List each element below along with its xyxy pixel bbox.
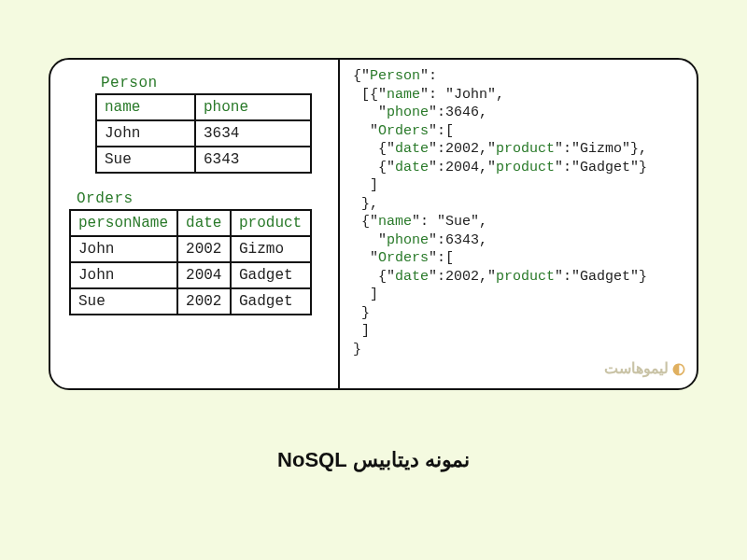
table-header-row: name phone (96, 94, 311, 120)
col-personname: personName (70, 210, 177, 236)
diagram-card: Person name phone John 3634 Sue 6343 Ord… (49, 58, 698, 390)
lemon-icon: ◐ (672, 360, 685, 376)
cell: John (96, 120, 195, 147)
table-row: John 2004 Gadget (70, 262, 311, 288)
cell: 2002 (177, 236, 231, 262)
table-row: John 3634 (96, 120, 311, 147)
cell: Gadget (231, 288, 311, 315)
orders-table: personName date product John 2002 Gizmo … (69, 209, 312, 315)
table-row: John 2002 Gizmo (70, 236, 311, 262)
json-document-pane: {"Person": [{"name": "John", "phone":364… (338, 60, 698, 388)
cell: 6343 (195, 147, 311, 173)
table-header-row: personName date product (70, 210, 311, 236)
json-code: {"Person": [{"name": "John", "phone":364… (353, 67, 691, 358)
orders-table-title: Orders (77, 190, 329, 207)
col-phone: phone (195, 94, 311, 120)
col-date: date (177, 210, 231, 236)
person-table: name phone John 3634 Sue 6343 (95, 93, 312, 174)
cell: 2004 (177, 262, 231, 288)
watermark-text: لیموهاست (604, 360, 669, 376)
cell: 2002 (177, 288, 231, 315)
table-row: Sue 2002 Gadget (70, 288, 311, 315)
cell: John (70, 236, 177, 262)
cell: Gadget (231, 262, 311, 288)
cell: Sue (70, 288, 177, 315)
cell: 3634 (195, 120, 311, 147)
relational-tables-pane: Person name phone John 3634 Sue 6343 Ord… (50, 60, 338, 388)
watermark: ◐لیموهاست (604, 359, 685, 377)
table-row: Sue 6343 (96, 147, 311, 173)
col-product: product (231, 210, 311, 236)
caption: نمونه دیتابیس NoSQL (0, 448, 747, 472)
col-name: name (96, 94, 195, 120)
person-table-title: Person (101, 75, 329, 91)
cell: Gizmo (231, 236, 311, 262)
cell: John (70, 262, 177, 288)
cell: Sue (96, 147, 195, 173)
